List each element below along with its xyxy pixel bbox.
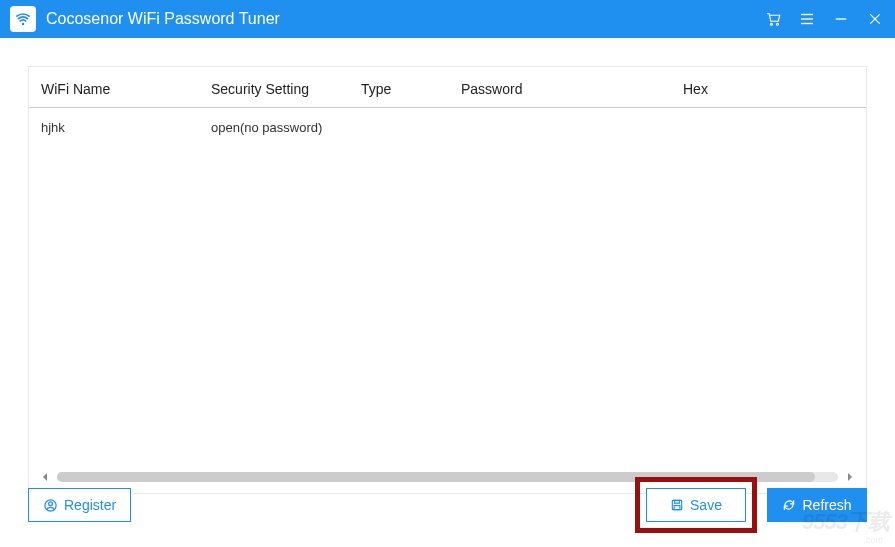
app-logo-icon — [10, 6, 36, 32]
header-wifi-name: WiFi Name — [41, 81, 211, 97]
save-button[interactable]: Save — [646, 488, 746, 522]
svg-rect-12 — [675, 500, 680, 503]
refresh-label: Refresh — [802, 497, 851, 513]
table-row[interactable]: hjhk open(no password) — [29, 108, 866, 147]
header-hex: Hex — [683, 81, 854, 97]
cell-wifi-name: hjhk — [41, 120, 211, 135]
cell-security: open(no password) — [211, 120, 361, 135]
refresh-icon — [782, 498, 796, 512]
wifi-table: WiFi Name Security Setting Type Password… — [29, 67, 866, 147]
register-button[interactable]: Register — [28, 488, 131, 522]
svg-point-10 — [49, 501, 53, 505]
titlebar: Cocosenor WiFi Password Tuner — [0, 0, 895, 38]
cell-type — [361, 120, 461, 135]
header-password: Password — [461, 81, 683, 97]
close-icon[interactable] — [865, 9, 885, 29]
content-panel: WiFi Name Security Setting Type Password… — [28, 66, 867, 494]
footer: Register Save Refresh — [28, 477, 867, 533]
cart-icon[interactable] — [763, 9, 783, 29]
svg-point-2 — [777, 23, 779, 25]
header-security: Security Setting — [211, 81, 361, 97]
svg-point-1 — [771, 23, 773, 25]
refresh-button[interactable]: Refresh — [767, 488, 867, 522]
app-title: Cocosenor WiFi Password Tuner — [46, 10, 763, 28]
header-type: Type — [361, 81, 461, 97]
save-highlight-box: Save — [635, 477, 757, 533]
cell-hex — [683, 120, 854, 135]
menu-icon[interactable] — [797, 9, 817, 29]
svg-point-0 — [22, 23, 25, 26]
table-header: WiFi Name Security Setting Type Password… — [29, 67, 866, 108]
minimize-icon[interactable] — [831, 9, 851, 29]
register-icon — [43, 498, 58, 513]
cell-password — [461, 120, 683, 135]
watermark-sub: .com — [863, 535, 883, 545]
save-icon — [670, 498, 684, 512]
svg-rect-13 — [674, 506, 680, 510]
register-label: Register — [64, 497, 116, 513]
save-label: Save — [690, 497, 722, 513]
